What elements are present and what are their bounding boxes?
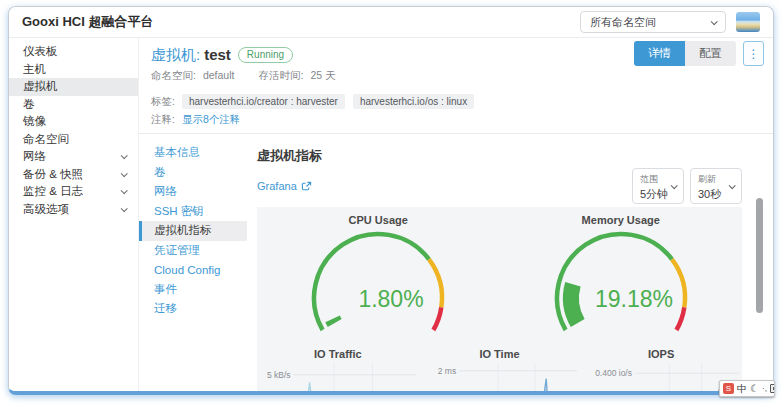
annotations-label: 注释: [151, 113, 175, 127]
vm-actions: 详情 配置 ⋮ [634, 41, 764, 66]
vm-meta: 标签: harvesterhci.io/creator : harvester … [139, 83, 773, 133]
tab-cloud-config[interactable]: Cloud Config [139, 260, 247, 280]
config-button[interactable]: 配置 [685, 41, 736, 66]
chevron-down-icon [711, 18, 718, 25]
chevron-down-icon [121, 170, 128, 177]
refresh-value: 30秒 [698, 187, 735, 202]
ime-logo-icon[interactable]: S [723, 383, 734, 394]
label-chip: harvesterhci.io/creator : harvester [182, 94, 345, 109]
svg-text:5 kB/s: 5 kB/s [267, 370, 291, 380]
io-traffic-chart: IO Traffic 5 kB/s4 kB/s3 kB/s [257, 348, 419, 391]
tab-ssh-keys[interactable]: SSH 密钥 [139, 202, 247, 222]
chart-title: CPU Usage [257, 214, 500, 226]
metrics-dashboard: CPU Usage 1.80% Memory Usage 19.18% IO T… [257, 207, 742, 391]
chevron-down-icon [121, 153, 128, 160]
details-button[interactable]: 详情 [634, 41, 685, 66]
namespace-info: 命名空间:default [151, 69, 234, 83]
sidebar-item-volumes[interactable]: 卷 [9, 96, 138, 114]
gauge-chart: 19.18% [500, 226, 743, 344]
svg-text:19.18%: 19.18% [595, 286, 673, 312]
label-chip: harvesterhci.io/os : linux [353, 94, 474, 109]
external-link-icon [301, 181, 312, 192]
svg-text:0.400 io/s: 0.400 io/s [595, 368, 632, 378]
tab-migration[interactable]: 迁移 [139, 299, 247, 319]
tab-vm-metrics[interactable]: 虚拟机指标 [139, 221, 247, 241]
status-badge: Running [238, 47, 293, 63]
io-time-chart: IO Time 2 ms1.50 ms1 ms [419, 348, 581, 391]
gauge-chart: 1.80% [257, 226, 500, 344]
chart-title: IO Time [419, 348, 581, 360]
kebab-menu-button[interactable]: ⋮ [743, 41, 764, 66]
chevron-down-icon [121, 188, 128, 195]
refresh-select[interactable]: 刷新 30秒 [690, 168, 742, 204]
range-select[interactable]: 范围 5分钟 [632, 168, 684, 204]
ime-keyboard-icon[interactable] [770, 384, 775, 393]
tab-volumes[interactable]: 卷 [139, 163, 247, 183]
tab-basic-info[interactable]: 基本信息 [139, 143, 247, 163]
top-bar: Gooxi HCI 超融合平台 所有命名空间 [9, 7, 773, 38]
chart-title: Memory Usage [500, 214, 743, 226]
area-chart: 0.400 io/s0.300 io/s0.200 io/s [580, 363, 742, 391]
tab-credentials[interactable]: 凭证管理 [139, 241, 247, 261]
app-window: Gooxi HCI 超融合平台 所有命名空间 仪表板 主机 虚拟机 卷 镜像 命… [8, 6, 774, 395]
chart-title: IOPS [580, 348, 742, 360]
sidebar: 仪表板 主机 虚拟机 卷 镜像 命名空间 网络 备份 & 快照 监控 & 日志 … [9, 38, 139, 391]
ime-fullwidth-moon-icon[interactable]: ☾ [750, 381, 759, 396]
metrics-panel-title: 虚拟机指标 [257, 147, 773, 165]
sidebar-item-virtual-machines[interactable]: 虚拟机 [9, 78, 138, 96]
labels-label: 标签: [151, 95, 175, 109]
area-chart: 2 ms1.50 ms1 ms [419, 363, 581, 391]
sidebar-item-dashboard[interactable]: 仪表板 [9, 43, 138, 61]
ime-punctuation-icon[interactable]: ·, [762, 381, 767, 396]
grafana-link[interactable]: Grafana [257, 180, 312, 192]
main-area: 虚拟机:testRunning 命名空间:default 存活时间:25 天 详… [139, 38, 773, 391]
vm-name: test [204, 46, 231, 63]
brand-title: Gooxi HCI 超融合平台 [22, 13, 153, 31]
sidebar-item-namespaces[interactable]: 命名空间 [9, 131, 138, 149]
vertical-scrollbar[interactable] [756, 198, 763, 313]
kebab-icon: ⋮ [748, 47, 760, 61]
chevron-down-icon [121, 205, 128, 212]
vm-header: 虚拟机:testRunning 命名空间:default 存活时间:25 天 详… [139, 38, 773, 83]
sidebar-item-backup-snapshot[interactable]: 备份 & 快照 [9, 166, 138, 184]
sidebar-item-advanced[interactable]: 高级选项 [9, 201, 138, 219]
svg-text:0.300 io/s: 0.300 io/s [595, 390, 632, 391]
ime-toolbar: S 中 ☾ ·, [719, 380, 775, 397]
memory-usage-gauge: Memory Usage 19.18% [500, 214, 743, 344]
svg-text:1.80%: 1.80% [359, 286, 424, 312]
tab-networks[interactable]: 网络 [139, 182, 247, 202]
show-annotations-link[interactable]: 显示8个注释 [182, 113, 240, 127]
area-chart: 5 kB/s4 kB/s3 kB/s [257, 363, 419, 391]
sidebar-item-hosts[interactable]: 主机 [9, 61, 138, 79]
sidebar-item-images[interactable]: 镜像 [9, 113, 138, 131]
chart-title: IO Traffic [257, 348, 419, 360]
svg-text:2 ms: 2 ms [438, 366, 456, 376]
namespace-filter-select[interactable]: 所有命名空间 [580, 11, 726, 33]
tab-events[interactable]: 事件 [139, 280, 247, 300]
detail-tab-nav: 基本信息 卷 网络 SSH 密钥 虚拟机指标 凭证管理 Cloud Config… [139, 141, 247, 391]
cpu-usage-gauge: CPU Usage 1.80% [257, 214, 500, 344]
svg-text:4 kB/s: 4 kB/s [267, 390, 291, 392]
avatar[interactable] [736, 12, 760, 32]
namespace-filter-value: 所有命名空间 [590, 15, 656, 30]
age-value: 25 天 [310, 69, 335, 81]
iops-chart: IOPS 0.400 io/s0.300 io/s0.200 io/s [580, 348, 742, 391]
namespace-value: default [203, 69, 235, 81]
age-info: 存活时间:25 天 [258, 69, 335, 83]
ime-chinese-mode-icon[interactable]: 中 [737, 381, 747, 396]
sidebar-item-monitoring-logs[interactable]: 监控 & 日志 [9, 183, 138, 201]
tab-content: 虚拟机指标 Grafana 范围 5分钟 [247, 141, 773, 391]
vm-type-link[interactable]: 虚拟机: [151, 46, 200, 63]
svg-text:1.50 ms: 1.50 ms [426, 389, 456, 391]
sidebar-item-networks[interactable]: 网络 [9, 148, 138, 166]
range-value: 5分钟 [640, 187, 677, 202]
